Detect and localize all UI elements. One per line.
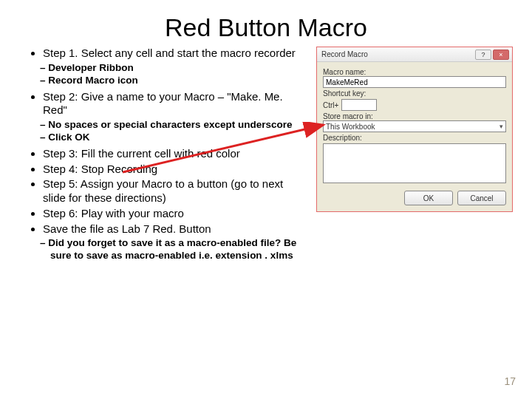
- step-2-sub-b: Click OK: [50, 132, 307, 144]
- help-button[interactable]: ?: [475, 50, 491, 60]
- slide-body: Step 1. Select any cell and start the ma…: [0, 47, 532, 265]
- store-select[interactable]: This Workbook ▾: [323, 120, 506, 132]
- shortcut-prefix: Ctrl+: [323, 101, 338, 109]
- description-label: Description:: [323, 134, 506, 142]
- step-2-sub-a: No spaces or special characters except u…: [50, 119, 307, 132]
- store-label: Store macro in:: [323, 112, 506, 120]
- record-macro-dialog: Record Macro ? × Macro name: Shortcut ke…: [316, 47, 513, 212]
- macro-name-label: Macro name:: [323, 68, 506, 76]
- step-1: Step 1. Select any cell and start the ma…: [43, 47, 307, 61]
- step-5: Step 5: Assign your Macro to a button (g…: [43, 177, 307, 205]
- step-3: Step 3: Fill the current cell with red c…: [43, 147, 307, 161]
- store-value: This Workbook: [326, 123, 375, 131]
- dialog-column: Record Macro ? × Macro name: Shortcut ke…: [316, 47, 513, 265]
- ok-button[interactable]: OK: [404, 191, 453, 205]
- steps-column: Step 1. Select any cell and start the ma…: [30, 47, 307, 265]
- close-button[interactable]: ×: [493, 50, 509, 60]
- shortcut-label: Shortcut key:: [323, 89, 506, 98]
- description-input[interactable]: [323, 143, 506, 183]
- dialog-title: Record Macro: [321, 50, 474, 58]
- step-6: Step 6: Play with your macro: [43, 207, 307, 221]
- cancel-button[interactable]: Cancel: [457, 191, 506, 205]
- shortcut-input[interactable]: [341, 99, 377, 111]
- step-4: Step 4: Stop Recording: [43, 163, 307, 177]
- step-7-sub-a: Did you forget to save it as a macro-ena…: [50, 237, 307, 262]
- step-1-sub-a: Developer Ribbon: [50, 62, 307, 75]
- step-7: Save the file as Lab 7 Red. Button: [43, 222, 307, 236]
- slide-title: Red Button Macro: [0, 13, 532, 42]
- step-1-sub-b: Record Macro icon: [50, 75, 307, 87]
- step-2: Step 2: Give a name to your Macro – "Mak…: [43, 90, 307, 118]
- dialog-titlebar: Record Macro ? ×: [317, 47, 512, 62]
- macro-name-input[interactable]: [323, 76, 506, 88]
- page-number: 17: [504, 375, 516, 387]
- chevron-down-icon: ▾: [499, 123, 503, 130]
